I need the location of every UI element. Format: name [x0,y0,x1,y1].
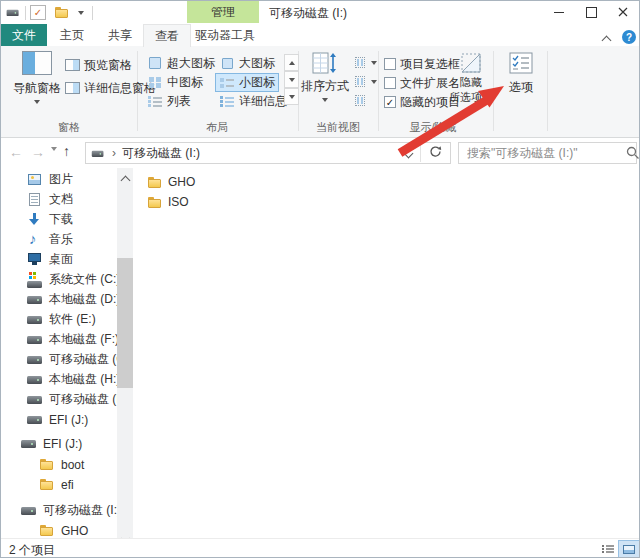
tab-drive-tools[interactable]: 驱动器工具 [191,24,259,46]
tab-share[interactable]: 共享 [97,24,143,46]
small-icons-icon [219,76,235,89]
help-button[interactable]: ? [622,30,636,44]
drive-icon [27,412,43,427]
minimize-button[interactable] [543,1,575,23]
hide-selected-icon [460,51,482,75]
sidebar-item-pictures[interactable]: 图片 [1,170,115,189]
folder-icon [147,175,163,190]
qat-customize-dropdown[interactable] [78,11,84,15]
breadcrumb-path[interactable]: 可移动磁盘 (I:) [122,145,200,162]
layout-medium-icons[interactable]: 中图标 [143,73,207,92]
recent-locations-dropdown[interactable] [51,151,57,165]
preview-pane-button[interactable]: 预览窗格 [65,56,132,74]
sidebar-item-drive-i[interactable]: 可移动磁盘 (I:) [1,390,115,409]
forward-button[interactable]: → [31,145,45,159]
folder-icon [147,195,163,210]
sidebar-item-label: boot [61,458,84,472]
sidebar-tree-efi-folder[interactable]: efi [1,475,115,494]
sidebar-item-drive-f[interactable]: 本地磁盘 (F:) [1,330,115,349]
scroll-up-arrow[interactable] [122,173,129,187]
collapse-ribbon-button[interactable] [603,33,610,47]
sidebar-item-drive-g[interactable]: 可移动磁盘 (G:) [1,350,115,369]
divider [92,6,93,20]
tab-drive-tools-label: 驱动器工具 [195,27,255,44]
qat-properties-button[interactable]: ✓ [30,5,46,20]
contextual-tab-header: 管理 [187,1,259,23]
sidebar-item-downloads[interactable]: 下载 [1,210,115,229]
extra-large-icons-label: 超大图标 [167,55,215,72]
sidebar-item-drive-j[interactable]: EFI (J:) [1,410,115,429]
options-label: 选项 [509,79,533,96]
tab-home-label: 主页 [60,27,84,44]
qat-new-folder-button[interactable] [54,5,70,20]
file-item-gho[interactable]: GHO [147,173,237,191]
sidebar-tree-boot-folder[interactable]: boot [1,455,115,474]
hide-selected-label-line2: 所选项目 [449,90,493,105]
sidebar-item-documents[interactable]: 文档 [1,190,115,209]
layout-list[interactable]: 列表 [143,92,195,111]
layout-small-icons-selected[interactable]: 小图标 [215,73,279,92]
preview-pane-icon [65,59,80,71]
sidebar-item-drive-d[interactable]: 本地磁盘 (D:) [1,290,115,309]
layout-details[interactable]: 详细信息 [215,92,291,111]
layout-gallery-up-button[interactable] [284,54,299,71]
up-button[interactable]: ↑ [63,144,70,158]
sidebar-item-desktop[interactable]: 桌面 [1,250,115,269]
options-button[interactable]: 选项 [501,51,541,96]
hide-selected-label-line1: 隐藏 [460,75,482,90]
group-by-button[interactable] [353,54,377,72]
triangle-down-icon [289,78,295,82]
minimize-icon [554,12,564,13]
layout-gallery-more-button[interactable] [284,88,299,105]
size-columns-icon [353,95,367,107]
layout-extra-large-icons[interactable]: 超大图标 [143,54,219,73]
sidebar-item-label: 软件 (E:) [49,311,96,328]
close-button[interactable] [607,1,639,23]
sidebar-item-label: 本地磁盘 (D:) [49,291,120,308]
tab-view[interactable]: 查看 [143,24,191,47]
add-columns-icon [353,76,367,88]
layout-large-icons[interactable]: 大图标 [215,54,279,73]
chevron-down-icon [34,100,40,104]
navigation-pane-label: 导航窗格 [13,80,61,97]
scrollbar-thumb[interactable] [117,258,133,388]
sort-by-button[interactable]: 排序方式 [300,51,350,102]
sidebar-tree-efi-j[interactable]: EFI (J:) [1,434,115,453]
layout-gallery-down-button[interactable] [284,71,299,88]
details-view-icon [219,95,235,108]
folder-icon [39,457,55,472]
status-bar: 2 个项目 [1,538,639,558]
sidebar-item-label: 系统文件 (C:) [49,271,120,288]
address-bar[interactable]: › 可移动磁盘 (I:) [85,142,451,164]
sidebar-item-music[interactable]: 音乐 [1,230,115,249]
drive-icon [21,436,37,451]
sidebar-tree-removable-i[interactable]: 可移动磁盘 (I:) [1,501,115,520]
chevron-up-icon [121,176,131,186]
checkbox-unchecked-icon [384,58,396,70]
search-input[interactable] [459,146,626,160]
group-divider [493,51,494,131]
status-thumbnail-view-button[interactable] [618,540,640,558]
navigation-pane-icon [22,51,52,75]
sidebar-item-drive-h[interactable]: 本地磁盘 (H:) [1,370,115,389]
tab-view-label: 查看 [155,28,179,45]
address-dropdown-button[interactable] [405,146,412,160]
hide-selected-items-button[interactable]: 隐藏 所选项目 [449,51,493,105]
maximize-button[interactable] [575,1,607,23]
sidebar-scrollbar[interactable] [117,168,133,550]
tab-file[interactable]: 文件 [1,24,47,46]
sidebar-item-drive-c[interactable]: 系统文件 (C:) [1,270,115,289]
back-button[interactable]: ← [9,145,23,159]
add-columns-button[interactable] [353,73,377,91]
medium-icons-label: 中图标 [167,74,203,91]
triangle-down-icon [289,95,295,99]
refresh-button[interactable] [429,145,442,161]
file-item-iso[interactable]: ISO [147,193,237,211]
tab-home[interactable]: 主页 [47,24,97,46]
sidebar-item-drive-e[interactable]: 软件 (E:) [1,310,115,329]
navigation-pane-button[interactable]: 导航窗格 [9,51,65,104]
contextual-header-label: 管理 [211,4,235,21]
back-icon: ← [9,144,23,160]
size-columns-to-fit-button[interactable] [353,92,367,110]
status-list-view-button[interactable] [597,540,619,558]
